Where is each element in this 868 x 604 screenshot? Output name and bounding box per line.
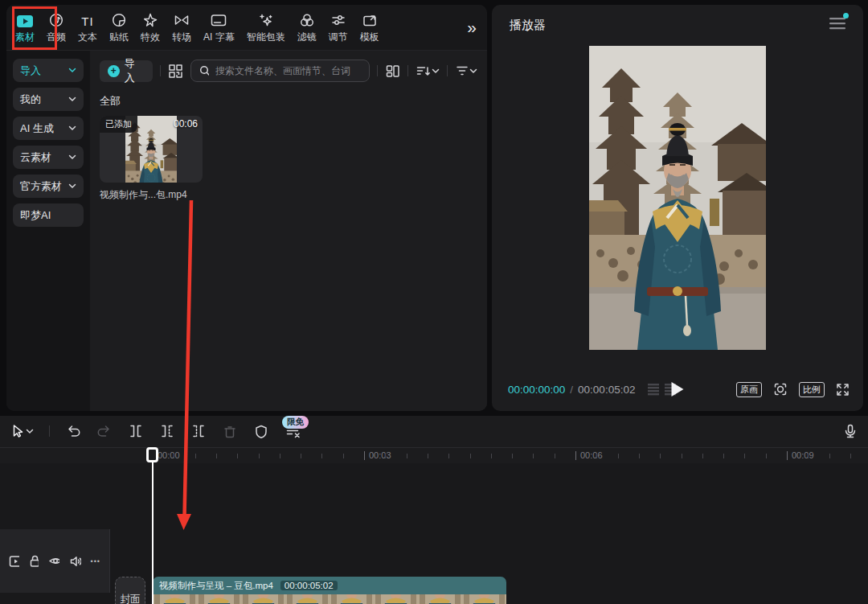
- overlay-track-icon[interactable]: [9, 555, 19, 568]
- ruler-tick: [216, 454, 217, 458]
- ruler-tick: [407, 454, 407, 458]
- undo-icon[interactable]: [65, 424, 81, 438]
- tab-label: AI 字幕: [203, 31, 235, 44]
- current-time: 00:00:00:00: [508, 384, 565, 396]
- total-duration: 00:00:05:02: [578, 384, 635, 396]
- filmstrip-frame: [330, 594, 374, 604]
- hamburger-icon: [829, 17, 845, 30]
- more-tabs-button[interactable]: »: [460, 5, 484, 50]
- clip-duration: 00:00:05:02: [280, 581, 338, 590]
- tab-label: 特效: [141, 31, 160, 44]
- sidebar-item-ai-generate[interactable]: AI 生成: [13, 117, 84, 140]
- ruler-tick: [766, 454, 767, 458]
- tab-effects[interactable]: 特效: [135, 11, 166, 44]
- player-header: 播放器: [492, 5, 863, 45]
- split-keep-left-icon[interactable]: [159, 424, 175, 438]
- media-content: + 导入: [90, 51, 487, 411]
- select-tool-button[interactable]: [10, 423, 34, 439]
- chevron-down-icon: [68, 154, 76, 160]
- player-menu-button[interactable]: [829, 17, 845, 33]
- ruler-tick: [448, 454, 449, 458]
- track-more-button[interactable]: •••: [91, 557, 100, 565]
- added-badge: 已添加: [100, 116, 137, 133]
- mask-icon[interactable]: [253, 424, 269, 439]
- tab-label: 模板: [360, 31, 379, 44]
- microphone-icon[interactable]: [842, 423, 858, 440]
- video-preview[interactable]: [589, 46, 766, 350]
- filmstrip-frame: [197, 594, 241, 604]
- lock-icon[interactable]: [29, 554, 39, 568]
- sidebar-item-official-material[interactable]: 官方素材: [13, 175, 84, 198]
- original-quality-button[interactable]: 原画: [736, 382, 762, 397]
- timeline-toolbar: [0, 416, 868, 446]
- sidebar-item-label: 导入: [20, 64, 41, 78]
- divider: [160, 65, 161, 76]
- split-keep-right-icon[interactable]: [190, 424, 207, 438]
- timeline-ruler[interactable]: 00:0000:0300:0600:09: [0, 447, 868, 464]
- tab-label: 转场: [172, 31, 191, 44]
- ruler-major-tick: 00:03: [364, 451, 365, 460]
- play-button[interactable]: [672, 382, 684, 397]
- tab-audio[interactable]: 音频: [41, 11, 72, 44]
- tab-label: 智能包装: [247, 31, 285, 44]
- filter-button[interactable]: [455, 64, 477, 78]
- ruler-tick: [596, 454, 597, 458]
- ruler-tick: [829, 454, 830, 458]
- tab-template[interactable]: 模板: [354, 11, 385, 44]
- effects-icon: [142, 11, 158, 28]
- grid-view-icon[interactable]: [385, 64, 400, 79]
- redo-icon[interactable]: [96, 424, 113, 438]
- ratio-button[interactable]: 比例: [799, 382, 825, 397]
- sidebar-item-cloud-material[interactable]: 云素材: [13, 146, 84, 169]
- timeline-clip[interactable]: 视频制作与呈现 – 豆包.mp4 00:00:05:02: [153, 577, 506, 604]
- media-sidebar: 导入 我的 AI 生成 云素材 官方素材 即梦AI: [6, 51, 90, 411]
- sort-button[interactable]: [416, 64, 440, 78]
- media-panel: 素材 音频 TI 文本 贴纸 特效: [6, 5, 487, 411]
- sidebar-item-import[interactable]: 导入: [13, 59, 84, 82]
- search-box[interactable]: [190, 60, 371, 82]
- tab-transition[interactable]: 转场: [166, 11, 197, 44]
- split-icon[interactable]: [128, 424, 144, 438]
- tab-label: 音频: [47, 31, 66, 44]
- playhead-line[interactable]: [152, 448, 154, 604]
- ruler-tick: [491, 454, 492, 458]
- timecode: 00:00:00:00 / 00:00:05:02: [508, 384, 635, 396]
- chevron-down-icon: [26, 429, 34, 434]
- video-card[interactable]: 已添加 00:06: [100, 116, 203, 183]
- sidebar-item-jimeng-ai[interactable]: 即梦AI: [13, 203, 84, 227]
- ruler-tick: [618, 454, 619, 458]
- tab-text[interactable]: TI 文本: [72, 11, 103, 44]
- filter-icon: [455, 64, 469, 78]
- player-right-controls: 原画 比例: [736, 381, 850, 397]
- tab-filters[interactable]: 滤镜: [292, 11, 322, 44]
- material-icon: [16, 11, 34, 28]
- tab-adjust[interactable]: 调节: [323, 11, 354, 44]
- filmstrip-frame: [241, 594, 285, 604]
- ruler-tick: [259, 454, 260, 458]
- focus-icon[interactable]: [772, 381, 788, 397]
- filters-icon: [299, 11, 315, 28]
- import-button[interactable]: + 导入: [100, 60, 153, 82]
- ruler-tick: [195, 454, 196, 458]
- divider: [377, 65, 378, 76]
- fullscreen-icon[interactable]: [835, 382, 850, 397]
- speaker-icon[interactable]: [69, 555, 80, 568]
- tab-sticker[interactable]: 贴纸: [104, 11, 134, 44]
- search-input[interactable]: [214, 64, 361, 77]
- clip-title: 视频制作与呈现 – 豆包.mp4: [159, 580, 273, 592]
- track-header: •••: [0, 529, 110, 593]
- ruler-time-label: 00:03: [369, 450, 391, 460]
- delete-icon[interactable]: [222, 424, 238, 439]
- eye-icon[interactable]: [48, 555, 59, 567]
- chevron-down-icon: [68, 68, 76, 73]
- sidebar-item-mine[interactable]: 我的: [13, 88, 84, 111]
- adjust-icon: [330, 11, 346, 28]
- playhead-handle[interactable]: [146, 447, 158, 462]
- ruler-tick: [470, 454, 471, 458]
- qr-scan-icon[interactable]: [168, 64, 183, 79]
- tab-smart-package[interactable]: 智能包装: [241, 11, 291, 44]
- cover-button[interactable]: 封面: [115, 577, 145, 604]
- tab-material[interactable]: 素材: [10, 11, 40, 44]
- search-icon: [199, 65, 209, 76]
- tab-ai-captions[interactable]: AI 字幕: [198, 11, 240, 44]
